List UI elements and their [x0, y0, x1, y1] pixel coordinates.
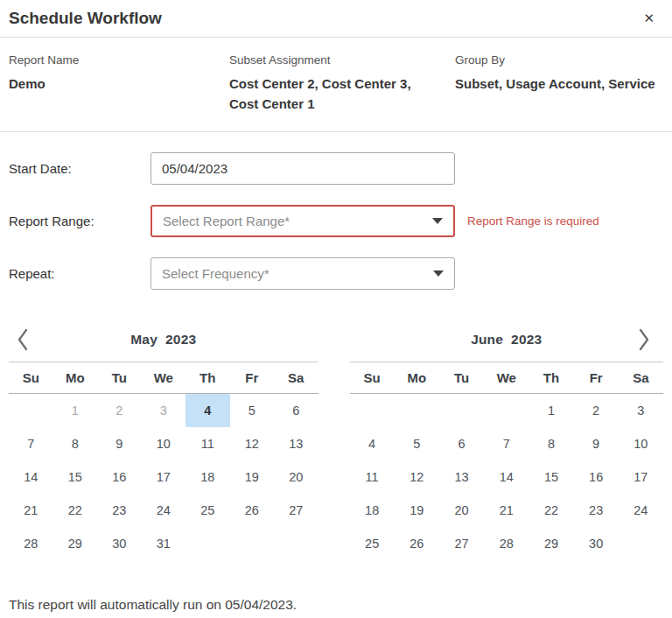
- calendar-grid: SuMoTuWeThFrSa12345678910111213141516171…: [9, 362, 318, 560]
- calendar-day[interactable]: 15: [53, 460, 98, 494]
- calendar-year: 2023: [511, 332, 542, 348]
- calendar-day-header: We: [484, 362, 528, 393]
- repeat-row: Repeat: Select Frequency*: [9, 257, 663, 290]
- calendar-day[interactable]: 23: [574, 494, 619, 527]
- report-summary: Report Name Demo Subset Assignment Cost …: [0, 38, 672, 132]
- start-date-row: Start Date:: [9, 152, 663, 185]
- calendar-day[interactable]: 5: [230, 394, 275, 427]
- calendar-day[interactable]: 9: [97, 427, 142, 460]
- calendar-day[interactable]: 17: [142, 460, 186, 494]
- calendar-day[interactable]: 1: [528, 394, 573, 427]
- calendar-day[interactable]: 19: [395, 494, 439, 527]
- calendar-day[interactable]: 11: [186, 427, 230, 460]
- calendar-month-title: May 2023: [130, 332, 196, 348]
- summary-label: Report Name: [9, 53, 229, 67]
- report-range-select[interactable]: Select Report Range*: [150, 205, 455, 237]
- close-icon[interactable]: ✕: [638, 9, 660, 28]
- calendar-day[interactable]: 20: [274, 460, 318, 494]
- calendar-day[interactable]: 4: [350, 427, 395, 460]
- calendar-day[interactable]: 29: [528, 527, 573, 560]
- calendar-day[interactable]: 30: [97, 527, 142, 560]
- calendar-day[interactable]: 21: [9, 494, 53, 527]
- calendar-day[interactable]: 25: [350, 527, 395, 560]
- next-month-icon[interactable]: [637, 327, 651, 352]
- calendar-day[interactable]: 13: [439, 460, 484, 494]
- calendar-day[interactable]: 16: [574, 460, 619, 494]
- summary-report-name: Report Name Demo: [9, 53, 229, 114]
- calendar-day[interactable]: 12: [230, 427, 275, 460]
- calendar-day[interactable]: 13: [274, 427, 318, 460]
- calendar-day[interactable]: 11: [350, 460, 395, 494]
- calendar-day-header: Mo: [53, 362, 98, 393]
- calendar-day[interactable]: 25: [186, 494, 230, 527]
- calendar-day[interactable]: 29: [53, 527, 98, 560]
- calendar-day[interactable]: 1: [53, 394, 98, 427]
- calendar-day[interactable]: 26: [230, 494, 275, 527]
- calendar-day[interactable]: 20: [439, 494, 484, 527]
- start-date-input[interactable]: [150, 152, 455, 185]
- calendar-day[interactable]: 26: [395, 527, 439, 560]
- calendar-grid: SuMoTuWeThFrSa12345678910111213141516171…: [350, 362, 663, 560]
- chevron-down-icon: [432, 218, 443, 224]
- report-range-row: Report Range: Select Report Range* Repor…: [9, 205, 663, 237]
- calendar-day[interactable]: 17: [619, 460, 663, 494]
- calendar-day-header: Sa: [274, 362, 318, 393]
- calendar-day[interactable]: 8: [53, 427, 98, 460]
- calendar-day-header: Su: [350, 362, 395, 393]
- calendar-day[interactable]: 9: [574, 427, 619, 460]
- calendar-year: 2023: [165, 332, 196, 348]
- calendar-day[interactable]: 24: [619, 494, 663, 527]
- calendar-day[interactable]: 27: [439, 527, 484, 560]
- calendar-empty-cell: [619, 527, 663, 560]
- calendar-day-header: Mo: [395, 362, 439, 393]
- calendar-day[interactable]: 18: [186, 460, 230, 494]
- calendar-day[interactable]: 23: [97, 494, 142, 527]
- calendar-day[interactable]: 2: [97, 394, 142, 427]
- prev-month-icon[interactable]: [16, 327, 30, 352]
- calendar-day[interactable]: 30: [574, 527, 619, 560]
- calendar-day[interactable]: 31: [142, 527, 186, 560]
- calendar-day[interactable]: 15: [528, 460, 573, 494]
- calendar-day[interactable]: 27: [274, 494, 318, 527]
- calendar-day[interactable]: 28: [9, 527, 53, 560]
- calendar-empty-cell: [350, 394, 395, 427]
- calendar-pair: May 2023 SuMoTuWeThFrSa12345678910111213…: [0, 318, 672, 560]
- calendar-day[interactable]: 5: [395, 427, 439, 460]
- calendar-day[interactable]: 24: [142, 494, 186, 527]
- calendar-header: May 2023: [9, 318, 318, 362]
- calendar-day[interactable]: 8: [528, 427, 573, 460]
- calendar-day[interactable]: 2: [574, 394, 619, 427]
- calendar-empty-cell: [186, 527, 230, 560]
- calendar-day[interactable]: 3: [142, 394, 186, 427]
- calendar-day-header: Th: [528, 362, 573, 393]
- calendar-day[interactable]: 10: [142, 427, 186, 460]
- calendar-day[interactable]: 3: [619, 394, 663, 427]
- calendar-day[interactable]: 14: [9, 460, 53, 494]
- calendar-day[interactable]: 18: [350, 494, 395, 527]
- calendar-day[interactable]: 28: [484, 527, 528, 560]
- calendar-day[interactable]: 12: [395, 460, 439, 494]
- calendar-day[interactable]: 16: [97, 460, 142, 494]
- dialog-title: Schedule Workflow: [9, 9, 162, 28]
- calendar-day[interactable]: 10: [619, 427, 663, 460]
- calendar-empty-cell: [230, 527, 275, 560]
- calendar-day[interactable]: 19: [230, 460, 275, 494]
- calendar-june: June 2023 SuMoTuWeThFrSa1234567891011121…: [350, 318, 663, 560]
- calendar-day[interactable]: 4: [186, 394, 230, 427]
- repeat-placeholder: Select Frequency*: [162, 266, 270, 281]
- calendar-day[interactable]: 7: [484, 427, 528, 460]
- calendar-day-header: Fr: [230, 362, 275, 393]
- calendar-day[interactable]: 6: [439, 427, 484, 460]
- calendar-day[interactable]: 6: [274, 394, 318, 427]
- calendar-day[interactable]: 7: [9, 427, 53, 460]
- report-range-placeholder: Select Report Range*: [163, 214, 290, 228]
- calendar-month: June: [471, 332, 503, 348]
- calendar-day-header: We: [142, 362, 186, 393]
- repeat-select[interactable]: Select Frequency*: [150, 257, 455, 290]
- calendar-day[interactable]: 22: [53, 494, 98, 527]
- calendar-day[interactable]: 22: [528, 494, 573, 527]
- calendar-day-header: Tu: [439, 362, 484, 393]
- calendar-day[interactable]: 14: [484, 460, 528, 494]
- calendar-day-header: Sa: [619, 362, 663, 393]
- calendar-day[interactable]: 21: [484, 494, 528, 527]
